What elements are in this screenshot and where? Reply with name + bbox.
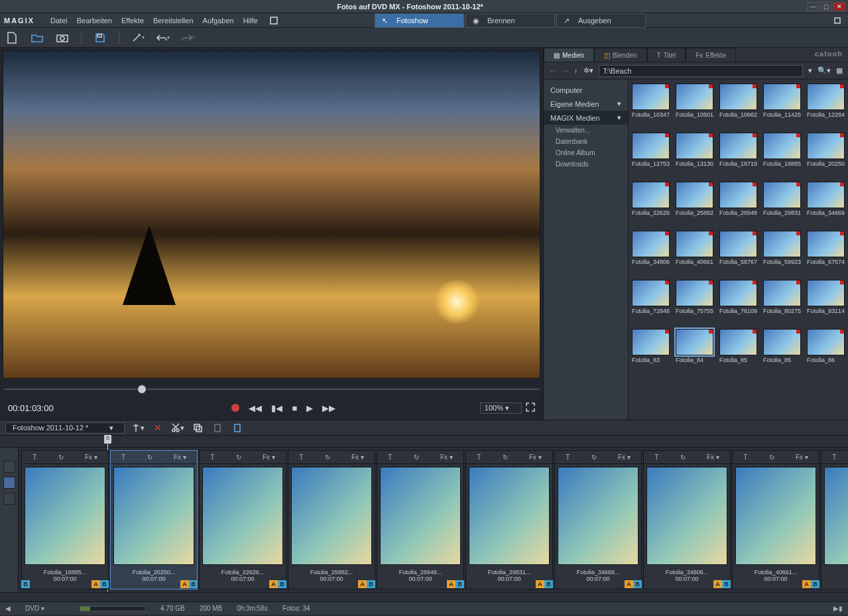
timeline-clip[interactable]: T↻Fx ▾Fotolia_18885...00:07:00BAB [21,450,109,589]
clip-fx-button[interactable]: Fx ▾ [263,454,275,461]
new-file-button[interactable] [5,31,19,44]
b-marker[interactable]: B [278,580,286,588]
b-marker[interactable]: B [21,580,30,588]
clip-rotate-button[interactable]: ↻ [503,454,508,461]
tree-downloads[interactable]: Downloads [544,158,628,170]
open-folder-button[interactable] [30,31,44,44]
cut-button[interactable]: ▾ [171,422,184,433]
undo-button[interactable]: ▾ [156,31,170,44]
view-grid-button[interactable] [3,461,15,473]
nav-back-button[interactable]: ← [549,67,556,75]
media-thumb[interactable]: Fotolia_1871927_S... [719,133,757,175]
menu-aufgaben[interactable]: Aufgaben [203,17,234,25]
timeline-clip[interactable]: T↻Fx ▾Fotolia_22626...00:07:00AB [199,450,286,589]
clip-fx-button[interactable]: Fx ▾ [174,454,186,461]
media-thumb[interactable]: Fotolia_83 [632,329,670,371]
media-thumb[interactable]: Fotolia_4066195_S... [676,231,713,273]
a-marker[interactable]: A [180,580,189,588]
tab-medien[interactable]: ▤Medien [544,48,594,62]
a-marker[interactable]: A [358,580,367,588]
settings-icon[interactable] [831,14,844,27]
timeline-clip[interactable]: T↻Fx ▾Fotolia_34669...00:07:00AB [554,450,642,589]
rewind-button[interactable]: ◀◀ [249,403,262,413]
media-thumb[interactable]: Fotolia_2262617_S... [632,182,670,224]
tree-computer[interactable]: Computer [544,84,628,97]
view-storyboard-button[interactable] [3,477,15,489]
scrub-handle[interactable] [137,384,147,395]
clip-title-button[interactable]: T [32,454,36,461]
media-thumb[interactable]: Fotolia_5992334_S... [763,231,801,273]
media-thumb[interactable]: Fotolia_85 [719,329,757,371]
clip-rotate-button[interactable]: ↻ [769,454,774,461]
timeline-clip[interactable]: T↻Fx ▾Fotolia_28948...00:07:00AB [377,450,464,589]
mode-brennen[interactable]: ◉Brennen [465,13,555,28]
clip-title-button[interactable]: T [654,454,658,461]
media-thumb[interactable]: Fotolia_12753865_... [632,133,670,175]
timeline-clip[interactable]: T↻Fx ▾Fotolia_29831...00:07:00AB [465,450,553,589]
clip-fx-button[interactable]: Fx ▾ [796,454,808,461]
clip-rotate-button[interactable]: ↻ [58,454,64,461]
media-thumb[interactable]: Fotolia_10501094_... [676,84,713,126]
clip-title-button[interactable]: T [743,454,747,461]
media-thumb[interactable]: Fotolia_728466_Su... [632,280,670,322]
catooh-logo[interactable]: catooh [810,48,848,62]
fullscreen-button[interactable] [526,402,535,413]
clip-fx-button[interactable]: Fx ▾ [351,454,364,461]
clip-title-button[interactable]: T [566,454,570,461]
media-thumb[interactable]: Fotolia_122844_Su... [807,84,845,126]
redo-button[interactable]: ▾ [182,31,195,44]
media-thumb[interactable]: Fotolia_85 [763,329,801,371]
timeline-clip[interactable]: T↻Fx ▾Fotolia_34806...00:07:00AB [643,450,731,589]
fastfwd-button[interactable]: ▶▶ [322,403,335,413]
clip-title-button[interactable]: T [388,454,392,461]
timeline-clip[interactable]: T↻Fx ▾F...AB [821,450,848,589]
view-mode-button[interactable]: ▦ [836,66,843,75]
timeline-clip[interactable]: T↻Fx ▾Fotolia_40661...00:07:00AB [732,450,819,589]
paste-fx-button[interactable] [231,422,244,433]
close-button[interactable]: ✕ [833,2,845,11]
a-marker[interactable]: A [536,580,544,588]
clip-title-button[interactable]: T [121,454,125,461]
b-marker[interactable]: B [722,580,731,588]
a-marker[interactable]: A [447,580,455,588]
media-thumb[interactable]: Fotolia_86 [807,329,845,371]
maximize-button[interactable]: ▢ [820,2,832,11]
scroll-right-button[interactable]: ▶▮ [833,605,843,612]
tree-datenbank[interactable]: Datenbank [544,136,628,147]
timeline-clip[interactable]: T↻Fx ▾Fotolia_25882...00:07:00AB [288,450,375,589]
b-marker[interactable]: B [367,580,375,588]
b-marker[interactable]: B [189,580,198,588]
clip-title-button[interactable]: T [832,454,836,461]
prev-frame-button[interactable]: ▮◀ [271,403,282,413]
copy-button[interactable] [191,422,204,433]
clip-fx-button[interactable]: Fx ▾ [529,454,542,461]
media-thumb[interactable]: Fotolia_10662570_... [719,84,757,126]
clip-fx-button[interactable]: Fx ▾ [85,454,97,461]
import-camera-button[interactable] [56,31,69,44]
media-thumb[interactable]: Fotolia_2894841_S... [719,182,757,224]
b-marker[interactable]: B [633,580,642,588]
preview-image[interactable] [3,50,540,379]
nav-fwd-button[interactable]: → [562,67,569,75]
split-button[interactable]: ▾ [131,422,145,433]
tab-blenden[interactable]: ◫Blenden [594,48,647,62]
clip-fx-button[interactable]: Fx ▾ [440,454,453,461]
tab-effekte[interactable]: FxEffekte [686,48,736,62]
media-thumb[interactable]: Fotolia_5876795_S... [719,231,757,273]
b-marker[interactable]: B [544,580,553,588]
media-thumb[interactable]: Fotolia_188853_Su... [763,133,801,175]
b-marker[interactable]: B [100,580,109,588]
a-marker[interactable]: A [91,580,100,588]
scroll-left-button[interactable]: ◀ [5,605,11,612]
media-thumb[interactable]: Fotolia_8027566_S... [763,280,801,322]
storyboard[interactable]: T↻Fx ▾Fotolia_18885...00:07:00BABT↻Fx ▾F… [19,448,848,592]
a-marker[interactable]: A [625,580,633,588]
status-media[interactable]: DVD ▾ [25,605,65,612]
tab-titel[interactable]: TTitel [647,48,686,62]
tree-online-album[interactable]: Online Album [544,147,628,158]
timeline-ruler[interactable] [0,436,848,448]
media-thumb[interactable]: Fotolia_10347085_... [632,84,670,126]
media-thumb[interactable]: Fotolia_8311472_S... [807,280,845,322]
delete-button[interactable]: ✕ [151,422,164,433]
timeline-name-select[interactable]: Fotoshow 2011-10-12 *▾ [5,422,125,434]
